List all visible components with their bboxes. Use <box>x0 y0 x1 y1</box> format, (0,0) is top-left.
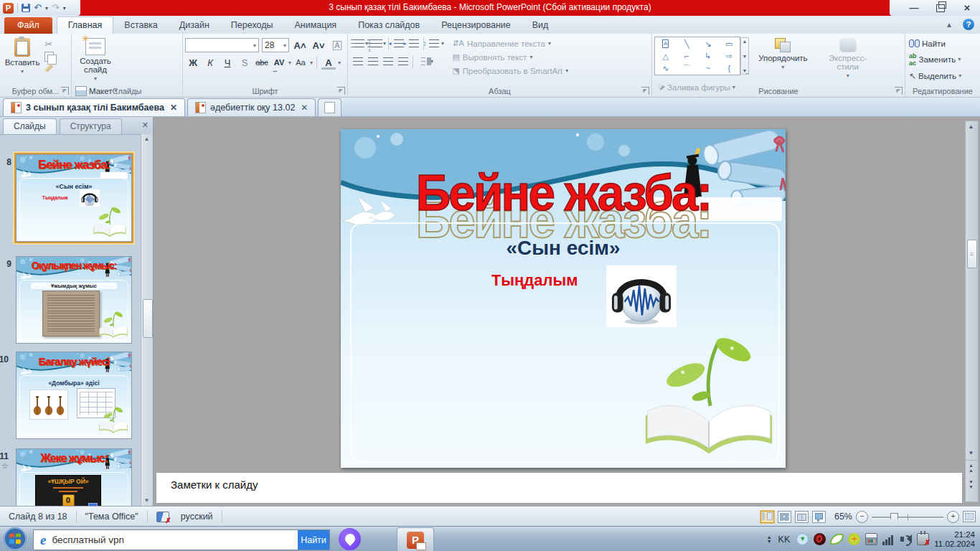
grow-font-button[interactable]: A˄ <box>292 39 308 52</box>
copy-icon[interactable] <box>44 52 54 62</box>
shape-textbox[interactable]: A <box>662 39 669 48</box>
shape-arrow[interactable]: ↘ <box>705 40 711 47</box>
tab-design[interactable]: Дизайн <box>169 17 220 34</box>
zoom-level[interactable]: 65% <box>829 512 852 522</box>
taskbar-search-box[interactable]: e бесплатный vpn Найти <box>33 529 330 550</box>
increase-indent-button[interactable] <box>407 37 420 50</box>
quick-styles-button[interactable]: Экспресс-стили▾ <box>816 37 880 80</box>
convert-smartart-button[interactable]: ⬔Преобразовать в SmartArt▾ <box>452 64 568 77</box>
character-spacing-button[interactable]: AV <box>271 56 287 69</box>
reading-view-button[interactable] <box>795 511 809 523</box>
shape-elbow-arrow[interactable]: ↳ <box>705 52 711 60</box>
italic-button[interactable]: К <box>202 56 218 69</box>
zoom-in-button[interactable]: + <box>947 511 959 523</box>
sidebar-scrollbar[interactable]: ▲ ▼ <box>141 134 153 506</box>
columns-button[interactable] <box>416 55 430 68</box>
document-tab-1[interactable]: 3 сынып қазақ тілі Бакимбаева ✕ <box>3 98 185 116</box>
antivirus-icon[interactable] <box>848 533 860 545</box>
slide-sorter-view-button[interactable] <box>778 511 791 523</box>
minimize-button[interactable]: — <box>905 4 923 11</box>
slideshow-view-button[interactable] <box>812 511 826 523</box>
cut-icon[interactable]: ✂ <box>44 39 54 50</box>
shape-triangle[interactable]: △ <box>663 52 669 60</box>
headphones-audio-icon[interactable] <box>605 265 678 327</box>
slide-subtitle[interactable]: «Сын есім» <box>341 237 786 260</box>
arrange-button[interactable]: Упорядочить▾ <box>753 37 813 72</box>
clipboard-dialog-launcher[interactable]: ◢ <box>61 87 69 95</box>
replace-button[interactable]: abacЗаменить▾ <box>908 51 978 67</box>
shapes-gallery-scrollbar[interactable]: ▲▼▼̲ <box>740 37 749 75</box>
justify-button[interactable] <box>396 55 410 68</box>
document-tab-2[interactable]: әдебиеттік оқу 13.02 ✕ <box>187 98 316 116</box>
shape-elbow[interactable]: ⌐ <box>684 52 689 60</box>
tab-slideshow[interactable]: Показ слайдов <box>347 17 430 34</box>
change-case-button[interactable]: Aa <box>293 56 308 69</box>
strikethrough-button[interactable]: abc <box>254 56 270 69</box>
next-slide-button[interactable]: ▼▼ <box>966 478 976 490</box>
text-direction-button[interactable]: ⇵AНаправление текста▾ <box>452 37 568 50</box>
align-center-button[interactable] <box>366 55 380 68</box>
taskbar-clock[interactable]: 21:24 11.02.2024 <box>934 530 978 549</box>
zoom-slider-thumb[interactable] <box>890 513 898 523</box>
tab-view[interactable]: Вид <box>522 17 560 34</box>
slide-thumbnail-8[interactable]: Бейне жазба: «Сын есім» Тыңдалым <box>16 154 132 242</box>
scroll-up-icon[interactable]: ▲ <box>966 121 976 132</box>
language-switcher[interactable]: KK <box>777 534 792 545</box>
fit-to-window-button[interactable] <box>963 511 976 522</box>
search-input-value[interactable]: бесплатный vpn <box>52 534 298 545</box>
shapes-gallery[interactable]: A ╲ ↘ ▭ △ ⌐ ↳ ⇨ ∿ ⌒ ~ { ▲▼▼̲ <box>654 37 740 75</box>
start-button[interactable] <box>2 527 28 551</box>
voice-assistant-icon[interactable] <box>339 528 361 550</box>
tab-transitions[interactable]: Переходы <box>220 17 284 34</box>
shape-curve[interactable]: ~ <box>706 65 710 72</box>
paste-button[interactable]: Вставить▾ <box>2 37 42 76</box>
format-painter-icon[interactable] <box>44 64 53 72</box>
help-icon[interactable]: ? <box>963 19 974 30</box>
tab-review[interactable]: Рецензирование <box>430 17 522 34</box>
scroll-down-icon[interactable]: ▼ <box>142 496 151 506</box>
shape-block-arrow[interactable]: ⇨ <box>726 52 732 60</box>
scroll-up-icon[interactable]: ▲ <box>142 134 151 144</box>
slide-body-text[interactable]: Тыңдалым <box>491 271 578 290</box>
scroll-down-icon[interactable]: ▼ <box>966 448 976 458</box>
download-manager-icon[interactable] <box>796 533 809 545</box>
align-left-button[interactable] <box>351 55 364 68</box>
editor-scrollbar[interactable]: ▲ ▼ ▲▲ ▼▼ <box>965 121 979 502</box>
slide-thumbnail-10[interactable]: Бағалау жүйесі «Домбыра» әдісі <box>16 352 132 439</box>
tab-file[interactable]: Файл <box>4 17 52 34</box>
font-size-combo[interactable]: 28▾ <box>262 38 289 52</box>
close-tab-icon[interactable]: ✕ <box>170 103 177 113</box>
slide-canvas[interactable]: Бейне жазба: Бейне жазба: «Сын есім» Тың… <box>341 129 786 468</box>
font-dialog-launcher[interactable]: ◢ <box>337 87 345 95</box>
taskbar-powerpoint-button[interactable]: P <box>397 527 434 551</box>
printer-icon[interactable] <box>865 533 877 545</box>
bold-button[interactable]: Ж <box>185 56 201 69</box>
shape-rectangle[interactable]: ▭ <box>725 40 732 47</box>
numbering-button[interactable] <box>369 37 382 50</box>
bullets-button[interactable] <box>351 37 364 50</box>
zoom-slider[interactable] <box>872 512 943 522</box>
search-button[interactable]: Найти <box>298 530 329 550</box>
slide-thumbnail-9[interactable]: Оқулықпен жұмыс: Ұжымдық жұмыс <box>16 256 132 344</box>
tab-animations[interactable]: Анимация <box>283 17 347 34</box>
shape-brace[interactable]: { <box>727 65 730 72</box>
tab-outline[interactable]: Структура <box>60 118 122 134</box>
language-indicator[interactable]: русский <box>178 507 222 527</box>
tab-home[interactable]: Главная <box>57 17 114 34</box>
font-color-button[interactable]: А <box>321 56 336 69</box>
volume-icon[interactable] <box>900 533 912 545</box>
text-shadow-button[interactable]: S <box>237 56 253 69</box>
slide-thumbnail-11[interactable]: Жеке жұмыс: «ҰШҚЫР ОЙ» <box>16 448 132 506</box>
find-button[interactable]: Найти <box>908 38 978 49</box>
minimize-ribbon-icon[interactable]: ▲ <box>946 21 953 29</box>
clear-formatting-button[interactable]: 🄰 <box>329 39 345 52</box>
leaf-app-icon[interactable] <box>830 532 844 547</box>
close-panel-icon[interactable]: ✕ <box>142 121 149 130</box>
shrink-font-button[interactable]: A˅ <box>311 39 326 52</box>
normal-view-button[interactable] <box>760 511 774 523</box>
underline-button[interactable]: Ч <box>220 56 235 69</box>
scrollbar-thumb[interactable] <box>143 299 153 338</box>
line-spacing-button[interactable] <box>427 37 440 50</box>
shape-line[interactable]: ╲ <box>684 40 689 47</box>
power-plug-icon[interactable] <box>917 533 929 545</box>
